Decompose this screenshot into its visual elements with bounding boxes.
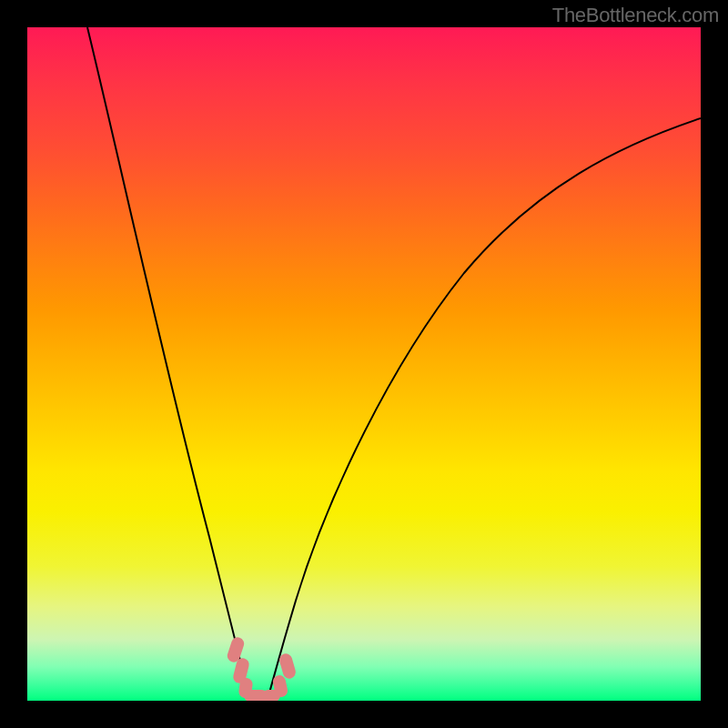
svg-rect-3: [244, 690, 268, 701]
svg-rect-1: [232, 657, 250, 685]
bottleneck-curve-right: [268, 118, 701, 696]
svg-rect-5: [272, 674, 289, 698]
curve-svg: [27, 27, 701, 701]
min-markers: [226, 636, 298, 701]
chart-container: TheBottleneck.com: [0, 0, 728, 728]
svg-rect-0: [226, 636, 246, 664]
svg-rect-6: [278, 652, 297, 681]
plot-area: [27, 27, 701, 701]
watermark-text: TheBottleneck.com: [552, 4, 719, 27]
svg-rect-2: [238, 677, 254, 699]
svg-rect-4: [262, 690, 280, 701]
bottleneck-curve-left: [87, 27, 248, 696]
